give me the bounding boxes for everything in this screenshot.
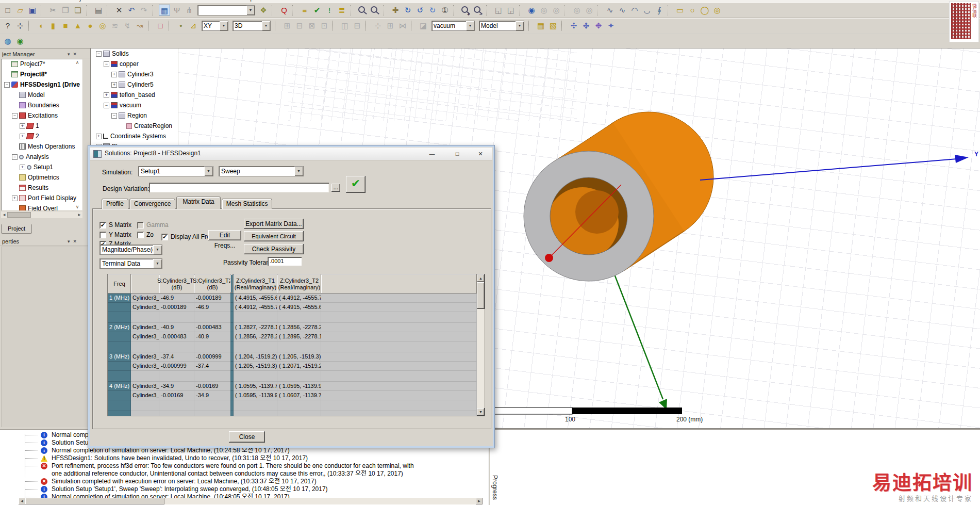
open-folder-icon[interactable]: ▱ bbox=[14, 5, 26, 15]
curve-segment-icon[interactable]: ∿ bbox=[604, 5, 616, 15]
message-row[interactable]: !HFSSDesign1: Solutions have been invali… bbox=[0, 454, 489, 462]
chevron-down-icon[interactable]: ▼ bbox=[246, 6, 255, 15]
arc-center-icon[interactable]: ◠ bbox=[629, 5, 640, 15]
delete-icon[interactable]: ✕ bbox=[113, 5, 125, 15]
maximize-icon[interactable]: □ bbox=[453, 150, 462, 158]
pin-icon[interactable]: ▾ bbox=[68, 52, 73, 57]
chevron-down-icon[interactable]: ▼ bbox=[262, 21, 270, 30]
notes-icon[interactable]: ≣ bbox=[336, 5, 347, 15]
tree-item-mesh-operations[interactable]: Mesh Operations bbox=[1, 141, 82, 152]
scroll-left-icon[interactable]: ◄ bbox=[19, 498, 25, 504]
antenna-icon[interactable]: Ψ bbox=[171, 5, 182, 15]
sweep-combo[interactable]: Sweep ▼ bbox=[219, 166, 304, 176]
rotate-model-icon[interactable]: ↻ bbox=[402, 5, 413, 15]
expand-icon[interactable]: + bbox=[20, 134, 25, 139]
cut-icon[interactable]: ✂ bbox=[47, 5, 59, 15]
close-icon[interactable]: ✕ bbox=[476, 150, 485, 158]
curve-spline-icon[interactable]: ∿ bbox=[617, 5, 628, 15]
copy-icon[interactable]: ❐ bbox=[60, 5, 71, 15]
grid-plane-add-icon[interactable]: ▧ bbox=[547, 20, 559, 31]
grid-plane-icon[interactable]: ▦ bbox=[535, 20, 546, 31]
draw-rect-icon[interactable]: ▭ bbox=[674, 5, 686, 15]
checkbox-box[interactable]: ✔ bbox=[161, 234, 168, 240]
object-type-combo[interactable]: Model▼ bbox=[479, 21, 524, 31]
profile-list-icon[interactable]: ≡ bbox=[299, 5, 310, 15]
offset-cs-icon[interactable]: ✦ bbox=[605, 20, 617, 31]
zoom-extents-icon[interactable]: ① bbox=[439, 5, 451, 15]
help-icon[interactable]: ? bbox=[2, 20, 13, 31]
zoom-in-icon[interactable]: + bbox=[460, 5, 471, 15]
tree-item-analysis[interactable]: −Analysis bbox=[1, 152, 82, 162]
tree-item-optimetrics[interactable]: Optimetrics bbox=[1, 172, 82, 183]
chevron-down-icon[interactable]: ▼ bbox=[466, 21, 474, 30]
scroll-left-icon[interactable]: ◄ bbox=[1, 213, 7, 217]
curve-equation-icon[interactable]: ∮ bbox=[654, 5, 665, 15]
draw-ellipse-icon[interactable]: ◯ bbox=[699, 5, 710, 15]
matrix-table-body[interactable]: FreqS:Cylinder3_T1(dB)S:Cylinder3_T2(dB)… bbox=[108, 274, 477, 416]
duplicate-along-line-icon[interactable]: ⊹ bbox=[372, 20, 384, 31]
chevron-down-icon[interactable]: ▼ bbox=[516, 21, 524, 30]
scrollbar-thumb[interactable] bbox=[7, 212, 31, 218]
tree-item-2[interactable]: +2 bbox=[1, 131, 82, 141]
close-icon[interactable]: ✕ bbox=[73, 239, 80, 244]
design-variation-field[interactable] bbox=[149, 183, 329, 192]
draw-helix-icon[interactable]: ≋ bbox=[109, 20, 121, 31]
draw-cylinder-round-icon[interactable]: ◖ bbox=[35, 20, 46, 31]
table-row[interactable]: Cylinder3_T2-0.000189-46.9( 4.4912, -455… bbox=[108, 303, 477, 312]
validation-check-icon[interactable]: ✔ bbox=[311, 5, 323, 15]
draw-box-icon[interactable]: ■ bbox=[60, 20, 71, 31]
scrollbar-thumb[interactable] bbox=[477, 282, 485, 309]
paste-icon[interactable]: ❏ bbox=[72, 5, 84, 15]
chevron-down-icon[interactable]: ▼ bbox=[294, 167, 303, 176]
print-icon[interactable]: ▤ bbox=[93, 5, 104, 15]
rotate-axis-icon[interactable]: ↺ bbox=[414, 5, 426, 15]
tree-item-1[interactable]: +1 bbox=[1, 121, 82, 131]
tree-item-hfssdesign1-drive[interactable]: −HFSSDesign1 (Drive bbox=[1, 79, 82, 90]
chevron-down-icon[interactable]: ▼ bbox=[153, 259, 162, 268]
message-row[interactable]: ✕Simulation completed with execution err… bbox=[0, 478, 489, 485]
rotate-screen-icon[interactable]: ↻ bbox=[427, 5, 438, 15]
menu-modeler[interactable]: Modeler bbox=[124, 0, 146, 2]
message-hscrollbar[interactable]: ◄ ► bbox=[19, 498, 483, 504]
collapse-icon[interactable]: − bbox=[4, 82, 10, 88]
scrollbar-thumb[interactable] bbox=[25, 498, 164, 504]
network-icon[interactable]: ⋔ bbox=[184, 5, 195, 15]
menu-edit[interactable]: Edit bbox=[25, 0, 36, 2]
pan-icon[interactable]: ✚ bbox=[390, 5, 401, 15]
checkbox-box[interactable]: ✔ bbox=[99, 222, 106, 229]
format-combo[interactable]: Magnitude/Phase(deg ▼ bbox=[99, 245, 162, 255]
tree-item-excitations[interactable]: −Excitations bbox=[1, 110, 82, 121]
draw-cone-icon[interactable]: ▲ bbox=[72, 20, 84, 31]
table-row[interactable]: Cylinder3_T2-0.000483-40.9( 1.2856, -227… bbox=[108, 332, 477, 341]
chevron-down-icon[interactable]: ▼ bbox=[220, 21, 228, 30]
non-model-object-icon[interactable]: □ bbox=[155, 20, 166, 31]
table-row[interactable]: 3 (MHz)Cylinder3_T1-37.4-0.000999( 1.204… bbox=[108, 352, 477, 362]
matrix-table-vscrollbar[interactable]: ▲ ▼ bbox=[477, 274, 485, 416]
tab-mesh-statistics[interactable]: Mesh Statistics bbox=[222, 199, 273, 209]
hide-object-icon[interactable]: ◎ bbox=[538, 5, 550, 15]
arc-3point-icon[interactable]: ◡ bbox=[641, 5, 653, 15]
menu-tools[interactable]: Tools bbox=[184, 0, 198, 2]
tree-item-boundaries[interactable]: Boundaries bbox=[1, 100, 82, 110]
hide-all-icon[interactable]: ◎ bbox=[551, 5, 562, 15]
equivalent-circuit-export-button[interactable]: Equivalent Circuit Export... bbox=[244, 231, 304, 241]
scroll-down-icon[interactable]: ∨ bbox=[74, 204, 80, 209]
sweep-icon[interactable]: ◪ bbox=[418, 20, 429, 31]
scroll-up-icon[interactable]: ∧ bbox=[74, 60, 80, 65]
close-button[interactable]: Close bbox=[229, 431, 265, 443]
imprint-icon[interactable]: ⊡ bbox=[319, 20, 330, 31]
check-passivity-button[interactable]: Check Passivity bbox=[244, 244, 304, 254]
draw-spiral-icon[interactable]: ↯ bbox=[122, 20, 133, 31]
edit-freqs-button[interactable]: Edit Freqs... bbox=[208, 230, 241, 240]
y-matrix-checkbox[interactable]: Y Matrix bbox=[99, 231, 131, 238]
message-row[interactable]: ✕Port refinement, process hf3d error: To… bbox=[0, 462, 489, 478]
table-row[interactable]: Cylinder3_T2-0.000999-37.4( 1.205, -1519… bbox=[108, 362, 477, 371]
scroll-down-icon[interactable]: ▼ bbox=[477, 408, 485, 416]
menu-file[interactable]: File bbox=[5, 0, 15, 2]
drawing-plane-combo[interactable]: XY▼ bbox=[202, 21, 228, 31]
context-help-icon[interactable]: ⊹ bbox=[14, 20, 26, 31]
scroll-right-icon[interactable]: ► bbox=[476, 498, 483, 504]
collapse-icon[interactable]: − bbox=[12, 154, 18, 160]
tree-item-project7-[interactable]: Project7* bbox=[1, 59, 82, 69]
data-type-combo[interactable]: Terminal Data ▼ bbox=[99, 258, 162, 269]
